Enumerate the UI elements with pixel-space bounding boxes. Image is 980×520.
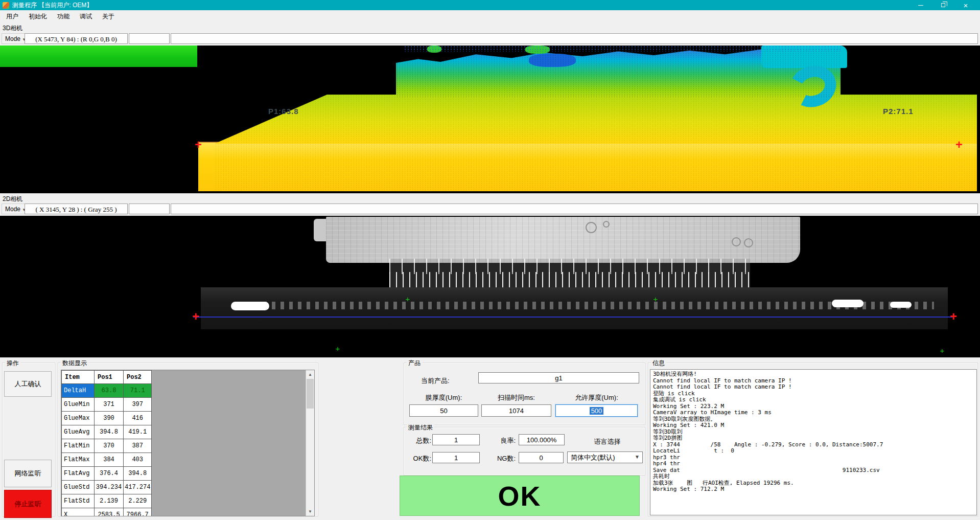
info-group: 信息 3D相机没有网络!Cannot find local IF to matc… bbox=[648, 363, 978, 516]
table-header-cell: Pos1 bbox=[95, 371, 124, 384]
menu-item-1[interactable]: 用户 bbox=[1, 10, 24, 23]
table-header-cell: Item bbox=[62, 371, 95, 384]
table-cell: FlatAvg bbox=[62, 467, 95, 481]
camera3d-section-label: 3D相机 bbox=[3, 24, 22, 33]
log-line: CameraV array to HImage time : 3 ms bbox=[653, 410, 976, 416]
green-marker-icon: + bbox=[651, 295, 660, 303]
table-cell: 394.8 bbox=[124, 467, 152, 481]
log-line: Cannot find local IF to match camera IP … bbox=[653, 384, 976, 391]
table-scrollbar[interactable]: ▲ ▼ bbox=[306, 370, 314, 516]
scroll-up-icon[interactable]: ▲ bbox=[306, 370, 314, 379]
table-row[interactable]: FlatMax384403 bbox=[62, 453, 152, 467]
table-row[interactable]: DeltaH63.871.1 bbox=[62, 384, 152, 398]
ok-count-field[interactable]: 1 bbox=[432, 452, 480, 463]
table-cell: 2.139 bbox=[95, 494, 124, 508]
scrollbar-thumb[interactable] bbox=[307, 379, 314, 409]
yield-label: 良率: bbox=[486, 436, 516, 445]
chevron-down-icon: ▼ bbox=[635, 454, 640, 460]
info-log[interactable]: 3D相机没有网络!Cannot find local IF to match c… bbox=[650, 369, 977, 515]
language-select[interactable]: 简体中文(默认)▼ bbox=[567, 451, 643, 463]
allow-thickness-field[interactable]: 500 bbox=[555, 404, 638, 417]
table-cell: 384 bbox=[95, 453, 124, 467]
table-cell: 390 bbox=[95, 412, 124, 425]
scan-time-label: 扫描时间ms: bbox=[481, 393, 551, 402]
table-cell: FlatStd bbox=[62, 494, 95, 508]
allow-thickness-label: 允许厚度(Um): bbox=[555, 393, 638, 402]
operations-group-label: 操作 bbox=[5, 359, 20, 368]
glue-blob bbox=[832, 300, 864, 307]
scroll-down-icon[interactable]: ▼ bbox=[306, 507, 314, 516]
table-row[interactable]: GlueAvg394.8419.1 bbox=[62, 425, 152, 439]
camera2d-image[interactable]: + + + + + + bbox=[0, 216, 980, 357]
log-line: 等到2D拼图 bbox=[653, 435, 976, 442]
table-row[interactable]: FlatAvg376.4394.8 bbox=[62, 467, 152, 481]
table-row[interactable]: GlueMin371397 bbox=[62, 398, 152, 412]
info-group-label: 信息 bbox=[651, 359, 666, 368]
table-cell: FlatMax bbox=[62, 453, 95, 467]
app-icon bbox=[3, 2, 9, 9]
mode-button-label: Mode bbox=[5, 206, 20, 213]
menu-bar: 用户初始化功能调试关于 bbox=[0, 10, 980, 23]
log-line: LocateLi t : 0 bbox=[653, 448, 976, 455]
table-cell: 2.229 bbox=[124, 494, 152, 508]
mode-button-label: Mode bbox=[5, 35, 20, 42]
menu-item-5[interactable]: 关于 bbox=[97, 10, 120, 23]
table-cell: GlueStd bbox=[62, 481, 95, 494]
table-row[interactable]: GlueStd394.234417.274 bbox=[62, 481, 152, 494]
pcb-ring bbox=[603, 221, 610, 228]
product-group-label: 产品 bbox=[407, 359, 422, 368]
current-product-field[interactable]: g1 bbox=[478, 372, 639, 383]
yield-field[interactable]: 100.000% bbox=[519, 434, 565, 445]
measurement-line bbox=[193, 316, 953, 318]
table-header-row: ItemPos1Pos2 bbox=[62, 371, 152, 384]
stop-listen-button[interactable]: 停止监听 bbox=[4, 490, 52, 518]
log-line: Working Set : 712.2 M bbox=[653, 486, 976, 493]
heightmap-noise bbox=[0, 169, 197, 190]
green-marker-icon: + bbox=[938, 347, 946, 355]
table-cell: 71.1 bbox=[124, 384, 152, 398]
table-row[interactable]: FlatStd2.1392.229 bbox=[62, 494, 152, 508]
ng-count-label: NG数: bbox=[486, 454, 516, 463]
minimize-button[interactable] bbox=[909, 0, 932, 10]
table-cell: 394.8 bbox=[95, 425, 124, 439]
camera3d-status-box bbox=[129, 33, 170, 44]
table-row[interactable]: X2583.57966.7 bbox=[62, 508, 152, 517]
manual-confirm-button[interactable]: 人工确认 bbox=[4, 371, 52, 397]
menu-item-4[interactable]: 调试 bbox=[75, 10, 97, 23]
heightmap-noise bbox=[396, 49, 841, 97]
table-row[interactable]: GlueMax390416 bbox=[62, 412, 152, 425]
network-listen-button[interactable]: 网络监听 bbox=[4, 460, 52, 487]
crosshair-right-icon: + bbox=[947, 310, 960, 323]
results-group: 测量结果 总数: 1 良率: 100.000% 语言选择 OK数: 1 NG数:… bbox=[404, 427, 645, 476]
scan-time-field[interactable]: 1074 bbox=[481, 404, 551, 417]
bottom-panel: 操作 人工确认 网络监听 停止监听 数据显示 ItemPos1Pos2 Delt… bbox=[0, 357, 980, 520]
table-cell: 417.274 bbox=[124, 481, 152, 494]
glue-blob bbox=[231, 302, 269, 310]
table-cell: 370 bbox=[95, 439, 124, 453]
table-cell: GlueMin bbox=[62, 398, 95, 412]
maximize-icon bbox=[941, 3, 945, 7]
camera2d-section-label: 2D相机 bbox=[3, 195, 22, 204]
crosshair-left-icon: + bbox=[192, 138, 204, 151]
camera3d-status-box-wide bbox=[171, 33, 978, 44]
total-field[interactable]: 1 bbox=[432, 434, 480, 445]
camera3d-image[interactable]: P1:63.8 P2:71.1 + + bbox=[0, 46, 980, 193]
results-group-label: 测量结果 bbox=[407, 423, 434, 432]
menu-item-3[interactable]: 功能 bbox=[52, 10, 75, 23]
maximize-button[interactable] bbox=[932, 0, 954, 10]
ng-count-field[interactable]: 0 bbox=[519, 452, 564, 463]
table-row[interactable]: FlatMin370387 bbox=[62, 439, 152, 453]
menu-item-2[interactable]: 初始化 bbox=[24, 10, 52, 23]
camera2d-status-box-wide bbox=[171, 204, 978, 214]
heightmap-left-strip bbox=[0, 46, 197, 67]
log-line: 集成调试 is click bbox=[653, 397, 976, 403]
camera3d-pixel-readout: (X 5473, Y 84) : (R 0,G 0,B 0) bbox=[25, 33, 128, 44]
green-marker-icon: + bbox=[404, 295, 412, 303]
close-button[interactable]: × bbox=[954, 0, 977, 10]
measurement-table: ItemPos1Pos2 DeltaH63.871.1GlueMin371397… bbox=[61, 370, 152, 516]
camera3d-toolbar: Mode▾ (X 5473, Y 84) : (R 0,G 0,B 0) bbox=[0, 33, 980, 45]
window-controls: × bbox=[909, 0, 977, 10]
film-thickness-field[interactable]: 50 bbox=[409, 404, 478, 417]
app-window: 测量程序 【当前用户: OEM】 × 用户初始化功能调试关于 3D相机 Mode… bbox=[0, 0, 980, 520]
title-bar: 测量程序 【当前用户: OEM】 × bbox=[0, 0, 980, 10]
